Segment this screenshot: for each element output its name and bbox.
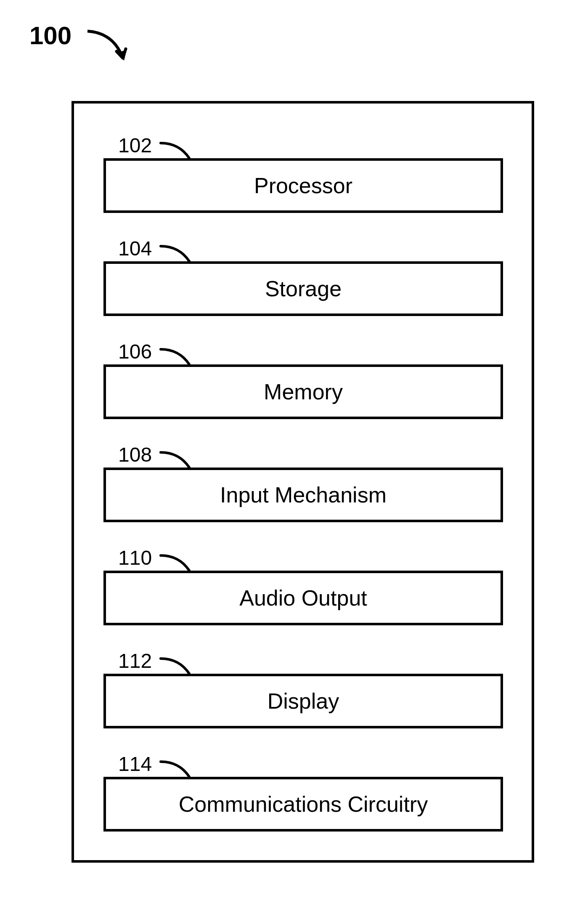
- component-box: Memory: [103, 364, 503, 419]
- component-label: Communications Circuitry: [179, 792, 428, 817]
- component-input-mechanism: 108 Input Mechanism: [103, 468, 503, 522]
- component-box: Display: [103, 674, 503, 728]
- reference-number: 114: [118, 752, 152, 776]
- component-box: Audio Output: [103, 571, 503, 625]
- component-storage: 104 Storage: [103, 261, 503, 316]
- lead-line-icon: [158, 760, 195, 779]
- lead-line-icon: [158, 451, 195, 470]
- reference-number: 108: [118, 443, 152, 466]
- figure-reference-number: 100: [29, 21, 72, 50]
- component-box: Communications Circuitry: [103, 777, 503, 832]
- reference-number: 110: [118, 546, 152, 569]
- component-communications-circuitry: 114 Communications Circuitry: [103, 777, 503, 832]
- component-box: Input Mechanism: [103, 468, 503, 522]
- component-memory: 106 Memory: [103, 364, 503, 419]
- component-audio-output: 110 Audio Output: [103, 571, 503, 625]
- component-box: Storage: [103, 261, 503, 316]
- diagram-canvas: 100 102 Processor 104 Storage 106: [0, 0, 588, 906]
- component-label: Processor: [254, 173, 352, 198]
- figure-reference-arrow-icon: [84, 25, 135, 72]
- lead-line-icon: [158, 141, 195, 161]
- lead-line-icon: [158, 244, 195, 264]
- lead-line-icon: [158, 554, 195, 573]
- component-box: Processor: [103, 158, 503, 213]
- component-label: Storage: [265, 276, 342, 301]
- component-processor: 102 Processor: [103, 158, 503, 213]
- reference-number: 106: [118, 340, 152, 363]
- lead-line-icon: [158, 348, 195, 367]
- component-label: Input Mechanism: [220, 482, 387, 507]
- lead-line-icon: [158, 657, 195, 676]
- reference-number: 102: [118, 134, 152, 157]
- component-label: Display: [268, 688, 339, 714]
- component-label: Memory: [264, 379, 343, 404]
- reference-number: 112: [118, 649, 152, 672]
- device-container: 102 Processor 104 Storage 106 Memory: [72, 101, 534, 863]
- component-label: Audio Output: [239, 585, 367, 611]
- component-display: 112 Display: [103, 674, 503, 728]
- reference-number: 104: [118, 237, 152, 260]
